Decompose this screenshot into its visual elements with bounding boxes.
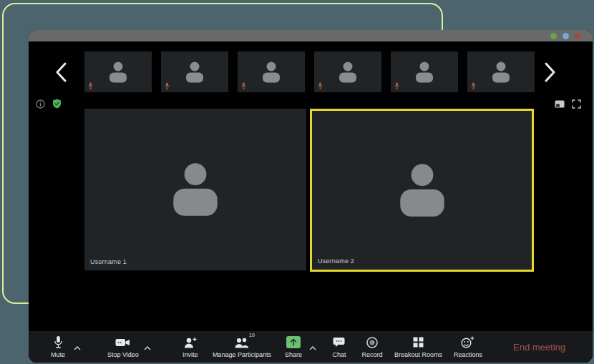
person-silhouette-icon	[260, 60, 283, 84]
window-button-red[interactable]	[575, 33, 581, 39]
muted-mic-icon	[165, 82, 170, 89]
chevron-up-icon	[144, 346, 151, 350]
meeting-toolbar: Mute	[29, 331, 593, 363]
person-silhouette-icon	[395, 162, 449, 218]
participant-thumbnail[interactable]	[467, 51, 535, 92]
person-silhouette-icon	[107, 60, 130, 84]
participant-thumbnail[interactable]	[161, 51, 228, 92]
chevron-left-icon	[54, 62, 67, 82]
filmstrip-thumbnails	[84, 51, 535, 92]
video-camera-icon	[115, 338, 130, 348]
breakout-rooms-label: Breakout Rooms	[394, 351, 442, 358]
share-screen-icon	[286, 336, 301, 348]
chevron-right-icon	[544, 62, 557, 82]
filmstrip-next-button[interactable]	[541, 62, 560, 83]
muted-mic-icon	[394, 82, 399, 89]
meeting-content: Username 1 Username 2	[29, 41, 593, 363]
fullscreen-icon[interactable]	[572, 99, 581, 109]
share-menu-chevron[interactable]	[309, 340, 316, 353]
chevron-up-icon	[309, 346, 316, 350]
record-label: Record	[361, 351, 382, 358]
stop-video-label: Stop Video	[107, 351, 139, 358]
participants-count-badge: 10	[249, 333, 255, 338]
invite-label: Invite	[182, 351, 198, 358]
reactions-button[interactable]: Reactions	[454, 336, 482, 358]
share-button[interactable]: Share	[283, 336, 304, 358]
share-label: Share	[285, 351, 302, 358]
stop-video-button[interactable]: Stop Video	[107, 336, 139, 358]
manage-participants-label: Manage Participants	[213, 351, 271, 358]
window-button-green[interactable]	[550, 33, 557, 39]
window-button-blue[interactable]	[563, 33, 569, 39]
smiley-add-icon	[461, 336, 474, 348]
chevron-up-icon	[74, 346, 81, 350]
meeting-window: Username 1 Username 2	[29, 30, 593, 363]
muted-mic-icon	[471, 82, 476, 89]
breakout-rooms-button[interactable]: Breakout Rooms	[394, 336, 442, 358]
participants-icon	[235, 337, 249, 348]
muted-mic-icon	[88, 82, 93, 89]
participant-thumbnail[interactable]	[314, 51, 381, 92]
record-button[interactable]: Record	[361, 336, 383, 358]
chat-bubble-icon	[333, 337, 345, 348]
person-silhouette-icon	[168, 162, 223, 217]
person-silhouette-icon	[413, 60, 436, 84]
person-silhouette-icon	[336, 60, 359, 84]
participant-thumbnail[interactable]	[391, 51, 458, 92]
muted-mic-icon	[241, 82, 246, 89]
chat-label: Chat	[332, 351, 346, 358]
record-icon	[366, 337, 378, 348]
person-silhouette-icon	[490, 60, 512, 84]
participant-name-label: Username 1	[90, 258, 127, 265]
mute-label: Mute	[51, 351, 65, 358]
info-icon[interactable]	[36, 99, 45, 109]
person-add-icon	[183, 337, 197, 348]
mute-menu-chevron[interactable]	[74, 340, 81, 353]
participant-thumbnail[interactable]	[84, 51, 152, 92]
stop-video-menu-chevron[interactable]	[144, 340, 151, 353]
video-tile-username-1[interactable]: Username 1	[84, 109, 306, 270]
breakout-grid-icon	[413, 337, 424, 348]
manage-participants-button[interactable]: 10 Manage Participants	[213, 336, 271, 358]
chat-button[interactable]: Chat	[328, 336, 350, 358]
window-titlebar	[29, 30, 593, 41]
muted-mic-icon	[318, 82, 323, 89]
video-tile-username-2-active[interactable]: Username 2	[310, 109, 534, 272]
invite-button[interactable]: Invite	[180, 336, 201, 358]
reactions-label: Reactions	[454, 351, 482, 358]
mute-button[interactable]: Mute	[47, 336, 69, 358]
participant-name-label: Username 2	[318, 257, 354, 265]
speaker-view-icon[interactable]	[555, 100, 565, 108]
end-meeting-button[interactable]: End meeting	[513, 342, 565, 353]
filmstrip-prev-button[interactable]	[52, 62, 70, 83]
encryption-shield-icon[interactable]	[52, 99, 62, 109]
person-silhouette-icon	[183, 60, 206, 84]
participant-thumbnail[interactable]	[238, 51, 305, 92]
microphone-icon	[53, 335, 64, 349]
